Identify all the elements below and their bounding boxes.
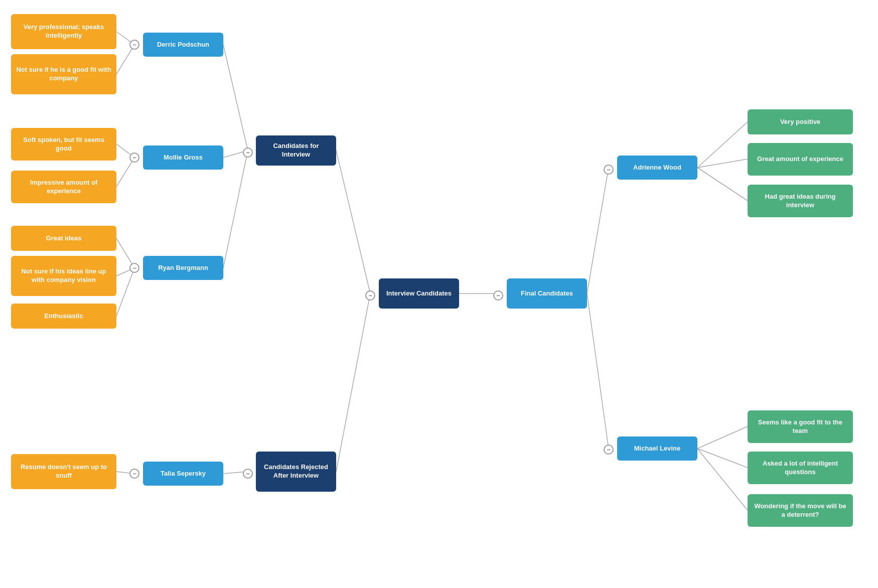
node-candidates-for-interview[interactable]: Candidates for Interview [256,135,336,166]
svg-line-8 [223,45,248,151]
node-derric[interactable]: Derric Podschun [143,33,223,57]
node-enthusiastic[interactable]: Enthusiastic [11,304,116,329]
node-seems-good-fit[interactable]: Seems like a good fit to the team [748,410,853,443]
collapse-ryan[interactable]: − [129,263,139,273]
svg-line-27 [697,449,748,468]
svg-line-25 [697,168,748,201]
svg-line-6 [116,268,134,316]
svg-line-12 [336,151,370,293]
node-very-professional[interactable]: Very professional; speaks intelligently [11,14,116,49]
node-great-ideas[interactable]: Great ideas [11,226,116,251]
node-ryan[interactable]: Ryan Bergmann [143,256,223,280]
node-adrienne[interactable]: Adrienne Wood [617,156,697,180]
collapse-cfi[interactable]: − [243,148,253,158]
mind-map-diagram: Very professional; speaks intelligently … [0,0,878,588]
node-soft-spoken[interactable]: Soft spoken, but fit seems good [11,128,116,161]
collapse-fc[interactable]: − [493,290,503,301]
node-asked-intelligent[interactable]: Asked a lot of intelligent questions [748,452,853,484]
svg-line-21 [587,293,609,449]
node-wondering-move[interactable]: Wondering if the move will be a deterren… [748,494,853,527]
svg-line-23 [697,122,748,168]
node-great-amount-exp[interactable]: Great amount of experience [748,143,853,176]
node-talia[interactable]: Talia Sepersky [143,462,223,486]
collapse-derric[interactable]: − [129,40,139,50]
svg-line-24 [697,159,748,168]
svg-line-26 [697,426,748,449]
node-interview-candidates[interactable]: Interview Candidates [379,278,459,309]
node-had-great-ideas[interactable]: Had great ideas during interview [748,185,853,217]
svg-line-15 [336,293,370,472]
collapse-crai[interactable]: − [243,469,253,479]
collapse-talia[interactable]: − [129,469,139,479]
node-final-candidates[interactable]: Final Candidates [507,278,587,309]
collapse-adrienne[interactable]: − [604,165,614,175]
node-mollie[interactable]: Mollie Gross [143,145,223,170]
svg-line-28 [697,449,748,510]
node-resume[interactable]: Resume doesn't seem up to snuff [11,454,116,489]
node-michael[interactable]: Michael Levine [617,436,697,461]
collapse-ic[interactable]: − [365,290,375,301]
node-very-positive[interactable]: Very positive [748,109,853,134]
node-candidates-rejected[interactable]: Candidates Rejected After Interview [256,452,336,492]
collapse-michael[interactable]: − [604,445,614,455]
svg-line-19 [587,168,609,293]
node-not-sure-ideas[interactable]: Not sure if his ideas line up with compa… [11,256,116,296]
node-impressive-exp[interactable]: Impressive amount of experience [11,171,116,203]
collapse-mollie[interactable]: − [129,153,139,163]
node-not-sure-fit[interactable]: Not sure if he is a good fit with compan… [11,54,116,94]
svg-line-10 [223,151,248,268]
